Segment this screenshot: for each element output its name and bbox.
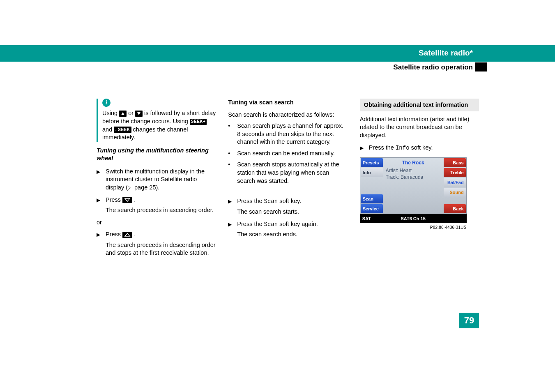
scan-bullet-list: •Scan search plays a channel for approx.… [228,122,347,185]
step-press-down: ▶ Press . [97,196,216,204]
value: Barracuda [401,174,423,180]
seek-minus-key-icon: - SEEK [114,127,131,133]
step-text: Press the Scan soft key again. [237,220,347,228]
subheading-steering-wheel: Tuning using the multifunction steering … [97,147,216,163]
callout-heading: Obtaining additional text information [360,99,479,111]
or-separator: or [97,219,216,227]
step-text: Switch the multifunction display in the … [106,168,216,192]
step-text: Press the Info soft key. [369,144,479,152]
softkey-balfad: Bal/Fad [444,178,466,187]
step-result: The scan search starts. [237,208,347,216]
radio-footer: SAT SAT6 Ch 15 [360,214,467,223]
content-columns: i Using or is followed by a short delay … [97,99,479,257]
text: Press [106,196,122,203]
svg-marker-2 [125,198,130,201]
info-note: i Using or is followed by a short delay … [97,99,216,142]
text: soft key. [410,144,433,151]
text: Press the [237,198,264,204]
column-2: Tuning via scan search Scan search is ch… [228,99,347,257]
triangle-bullet-icon: ▶ [228,220,237,228]
text: page 25). [133,184,159,191]
wheel-up-key-icon [122,232,132,238]
radio-channel-label: SAT6 Ch 15 [385,216,441,222]
page-number: 79 [459,313,479,328]
label: Artist: [386,168,398,173]
radio-mode-label: SAT [362,216,385,222]
triangle-bullet-icon: ▶ [97,231,106,239]
triangle-bullet-icon: ▶ [228,197,237,205]
note-text: Using or is followed by a short delay be… [102,109,216,141]
down-arrow-key-icon [135,111,143,117]
svg-marker-0 [121,112,124,115]
softkey-sound: Sound [444,188,466,197]
value: Heart [400,168,412,173]
softkey-info: Info [361,168,383,177]
radio-category: The Rock [386,159,441,166]
softkey-bass: Bass [444,158,466,167]
step-press-scan-again: ▶ Press the Scan soft key again. [228,220,347,228]
bullet-icon: • [228,122,237,146]
text: Scan search plays a channel for approx. … [237,122,347,146]
bullet-icon: • [228,161,237,185]
radio-left-softkeys: Presets Info Scan Service [360,158,383,214]
triangle-bullet-icon: ▶ [97,168,106,192]
list-item: •Scan search plays a channel for approx.… [228,122,347,146]
step-result: The scan search ends. [237,231,347,239]
radio-screen: Presets Info Scan Service The Rock Artis… [360,157,467,214]
step-press-scan: ▶ Press the Scan soft key. [228,197,347,205]
triangle-bullet-icon: ▶ [360,144,369,152]
text: Using [102,110,119,116]
text: Press the [369,144,396,151]
text: and [102,126,114,133]
softkey-scan: Scan [361,194,383,203]
up-arrow-key-icon [119,111,127,117]
text: Scan search can be ended manually. [237,150,347,158]
softkey-name: Info [396,145,410,151]
radio-track-line: Track: Barracuda [386,174,441,180]
softkey-presets: Presets [361,158,383,167]
wheel-down-key-icon [122,197,132,203]
page-ref-triangle-icon: ▷ [128,184,131,192]
text: or [128,110,135,116]
step-press-up: ▶ Press . [97,231,216,239]
thumb-tab [475,62,487,71]
radio-artist-line: Artist: Heart [386,167,441,174]
page: Satellite radio* Satellite radio operati… [0,0,555,392]
text: Press [106,231,122,238]
seek-plus-key-icon: SEEK+ [190,119,207,125]
header-top-band: Satellite radio* [0,45,555,62]
step-text: Press the Scan soft key. [237,197,347,205]
step-result: The search proceeds in ascending order. [106,206,216,214]
column-3: Obtaining additional text information Ad… [360,99,479,257]
list-item: •Scan search can be ended manually. [228,150,347,158]
softkey-name: Scan [264,198,278,205]
note-accent-bar [97,99,98,142]
header-sub-band: Satellite radio operation [0,62,555,75]
bullet-icon: • [228,150,237,158]
info-icon: i [102,99,111,107]
page-header: Satellite radio* Satellite radio operati… [0,45,555,86]
text: Scan search stops automatically at the s… [237,161,347,185]
text: . [134,231,136,238]
softkey-service: Service [361,204,383,213]
label: Track: [386,174,399,180]
section-subtitle: Satellite radio operation [393,63,473,71]
svg-marker-1 [137,112,140,115]
text: Press the [237,221,264,227]
note-body: i Using or is followed by a short delay … [102,99,216,142]
text: soft key. [278,198,301,204]
softkey-treble: Treble [444,168,466,177]
softkey-name: Scan [264,221,278,228]
list-item: •Scan search stops automatically at the … [228,161,347,185]
step-switch-display: ▶ Switch the multifunction display in th… [97,168,216,192]
text: soft key again. [278,221,318,227]
column-1: i Using or is followed by a short delay … [97,99,216,257]
paragraph: Additional text information (artist and … [360,115,479,140]
svg-marker-3 [125,233,130,236]
softkey-back: Back [444,204,466,213]
intro-text: Scan search is characterized as follows: [228,111,347,119]
text: . [134,196,136,203]
radio-right-softkeys: Bass Treble Bal/Fad Sound Back [443,158,466,214]
step-text: Press . [106,231,216,239]
step-result: The search proceeds in descending order … [106,241,216,257]
